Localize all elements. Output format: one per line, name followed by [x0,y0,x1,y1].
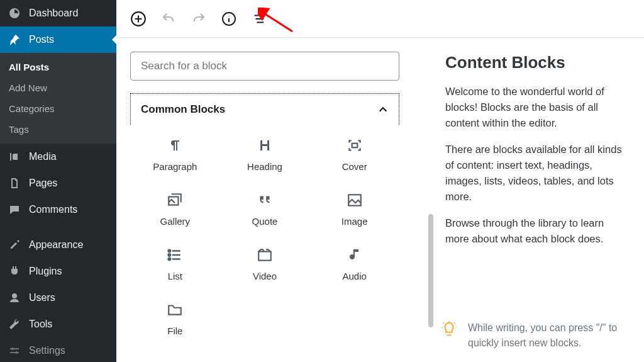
sidebar-item-users[interactable]: Users [0,285,116,311]
sidebar-item-posts[interactable]: Posts [0,26,116,53]
video-icon [255,246,274,264]
lightbulb-icon [440,320,458,338]
block-inserter-panel: Common Blocks Paragraph Heading [130,38,410,362]
undo-button[interactable] [160,11,177,27]
block-label: Image [341,216,368,227]
sidebar-item-tools[interactable]: Tools [0,311,116,337]
chevron-up-icon [377,104,389,115]
sidebar-item-settings[interactable]: Settings [0,337,116,358]
sidebar-item-label: Plugins [29,266,62,277]
block-label: Cover [342,161,367,172]
block-description-panel: Content Blocks Welcome to the wonderful … [434,38,644,362]
sidebar-item-pages[interactable]: Pages [0,170,116,196]
inserter-scrollbar[interactable] [428,214,433,327]
svg-rect-11 [258,252,271,261]
section-common-blocks[interactable]: Common Blocks [130,93,399,125]
comments-icon [8,203,21,217]
block-quote[interactable]: Quote [220,191,310,227]
add-block-button[interactable] [130,11,147,27]
sidebar-item-label: Appearance [29,239,83,251]
tip-text: While writing, you can press "/" to quic… [468,320,625,351]
panel-paragraph: There are blocks available for all kinds… [445,142,625,204]
panel-title: Content Blocks [445,53,625,72]
sidebar-item-comments[interactable]: Comments [0,196,116,223]
block-audio[interactable]: Audio [309,246,399,281]
block-label: Quote [252,216,278,227]
paragraph-icon [165,136,184,155]
file-icon [165,300,184,319]
sidebar-submenu: All Posts Add New Categories Tags [0,53,116,144]
sidebar-item-label: Pages [29,178,57,189]
sidebar-item-appearance[interactable]: Appearance [0,232,116,258]
pin-icon [8,33,21,47]
block-search-input[interactable] [141,60,389,72]
sidebar-item-plugins[interactable]: Plugins [0,258,116,285]
block-label: List [168,271,182,281]
svg-point-9 [169,254,170,256]
sidebar-subitem-tags[interactable]: Tags [0,119,116,140]
heading-icon [255,136,274,155]
svg-point-0 [11,348,14,350]
sidebar-subitem-categories[interactable]: Categories [0,98,116,119]
sidebar-item-label: Comments [29,204,77,215]
sidebar-item-media[interactable]: Media [0,144,116,170]
media-icon [8,150,21,164]
users-icon [8,291,21,305]
admin-sidebar: Dashboard Posts All Posts Add New Catego… [0,0,116,362]
svg-rect-5 [352,144,357,148]
block-paragraph[interactable]: Paragraph [130,136,220,172]
editor-main: Common Blocks Paragraph Heading [116,0,644,362]
sidebar-item-label: Settings [29,345,65,356]
sidebar-subitem-all-posts[interactable]: All Posts [0,57,116,77]
sidebar-item-label: Tools [29,319,52,330]
gallery-icon [165,191,184,210]
panel-paragraph: Browse through the library to learn more… [445,215,625,247]
tools-icon [8,317,21,331]
appearance-icon [8,238,21,252]
block-label: Video [253,271,277,281]
panel-paragraph: Welcome to the wonderful world of blocks… [445,84,625,130]
tip-box: While writing, you can press "/" to quic… [434,320,625,351]
settings-icon [8,344,21,358]
cover-icon [345,136,364,155]
block-label: Audio [342,271,366,281]
block-file[interactable]: File [130,300,220,336]
sidebar-item-label: Posts [29,34,54,45]
svg-point-1 [15,351,18,354]
list-icon [165,246,184,264]
svg-point-10 [169,258,170,260]
pages-icon [8,176,21,190]
block-search-field[interactable] [130,52,399,81]
dashboard-icon [8,6,21,20]
plugins-icon [8,264,21,278]
svg-point-8 [169,250,170,252]
block-heading[interactable]: Heading [220,136,310,172]
image-icon [345,191,364,210]
outline-button[interactable] [251,11,267,27]
sidebar-item-dashboard[interactable]: Dashboard [0,0,116,26]
sidebar-subitem-add-new[interactable]: Add New [0,77,116,98]
block-video[interactable]: Video [220,246,310,281]
redo-button[interactable] [191,11,207,27]
block-label: Gallery [160,216,191,227]
section-label: Common Blocks [141,103,225,116]
block-list[interactable]: List [130,246,220,281]
block-image[interactable]: Image [309,191,399,227]
sidebar-item-label: Media [29,151,57,162]
block-gallery[interactable]: Gallery [130,191,220,227]
sidebar-item-label: Dashboard [29,8,78,19]
block-grid: Paragraph Heading Cover Gallery [130,136,399,336]
audio-icon [345,246,364,264]
info-button[interactable] [221,11,237,27]
quote-icon [255,191,274,210]
editor-toolbar [116,0,644,38]
block-cover[interactable]: Cover [309,136,399,172]
sidebar-item-label: Users [29,292,55,303]
block-label: Heading [247,161,282,172]
block-label: Paragraph [153,161,197,172]
block-label: File [167,325,182,336]
